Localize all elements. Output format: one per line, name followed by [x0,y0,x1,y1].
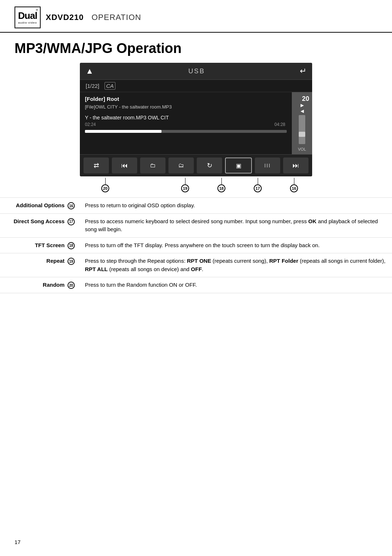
num-circle-19: 19 [68,258,75,265]
logo-av: audio·video [18,21,37,24]
screen-vol: 20 ▶ ◀ VOL [292,92,312,154]
screen-inforow: [1/22] CA [80,80,312,92]
direct-song-btn[interactable]: ⁞⁞⁞ [255,158,280,173]
screen-title: USB [188,68,205,75]
num-circle-16: 16 [68,202,75,209]
desc-row-random: Random 20 Press to turn the Random funct… [0,277,392,293]
label-direct-song: Direct Song Access 17 [0,213,80,237]
label-additional: Additional Options 16 [0,198,80,214]
callout-17: 17 [254,178,262,192]
desc-random: Press to turn the Random function ON or … [80,277,392,293]
desc-additional: Press to return to original OSD option d… [80,198,392,214]
screen-times: 02:24 04:28 [85,122,287,127]
time-current: 02:24 [85,122,96,127]
callout-20: 20 [101,178,109,192]
desc-repeat: Press to step through the Repeat options… [80,253,392,277]
additional-btn[interactable]: ⏭ [283,158,309,173]
screen-home-icon[interactable]: ↵ [300,66,306,76]
time-total: 04:28 [274,122,285,127]
screen-back-icon[interactable]: ▲ [86,66,94,76]
page-number: 17 [15,539,21,545]
callout-row: 20 19 18 17 16 [80,176,312,194]
screen-folder: [Folder] Root [85,96,287,102]
screen-main: [Folder] Root [File]OWL CITY - the saltw… [80,92,312,154]
label-tft: TFT Screen 18 [0,237,80,253]
operation-label: OPERATION [91,13,141,22]
callout-circle-20: 20 [101,184,109,192]
logo-text: Dual [18,11,37,20]
folder-btn[interactable]: 🗀 [140,158,166,173]
num-circle-20: 20 [68,282,75,289]
desc-row-tft: TFT Screen 18 Press to turn off the TFT … [0,237,392,253]
vol-arrow-right: ▶ [301,103,304,108]
vol-track-number: 20 [302,95,309,103]
num-circle-18: 18 [68,242,75,249]
page-title: MP3/WMA/JPG Operation [0,33,392,63]
screen-topbar: ▲ USB ↵ [80,63,312,80]
screen-progress [85,130,287,133]
header-title: XDVD210 OPERATION [46,13,141,22]
prev-btn[interactable]: ⏮ [112,158,137,173]
progress-bar-fill [85,130,162,133]
vol-arrows: ▶ ◀ [301,103,304,114]
device-screen: ▲ USB ↵ [1/22] CA [Folder] Root [File]OW… [80,63,312,176]
callout-circle-19: 19 [181,184,189,192]
callout-circle-16: 16 [290,184,298,192]
logo: ® Dual audio·video [15,7,41,28]
num-circle-17: 17 [68,218,75,225]
screen-track-num: [1/22] [86,83,99,89]
random-btn[interactable]: ⇄ [83,158,109,173]
screen-content: [Folder] Root [File]OWL CITY - the saltw… [80,92,292,154]
callout-19: 19 [181,178,189,192]
product-code: XDVD210 [46,13,84,22]
label-random: Random 20 [0,277,80,293]
label-repeat: Repeat 19 [0,253,80,277]
screen-song: Y - the saltwater room.MP3 OWL CIT [85,115,287,120]
desc-row-repeat: Repeat 19 Press to step through the Repe… [0,253,392,277]
tft-screen-btn[interactable]: ▣ [225,158,252,173]
desc-row-direct-song: Direct Song Access 17 Press to access nu… [0,213,392,237]
vol-arrow-left: ◀ [301,109,304,114]
callout-circle-18: 18 [217,184,225,192]
vol-label: VOL [298,147,306,151]
folder-browse-btn[interactable]: 🗂 [168,158,194,173]
desc-row-additional: Additional Options 16 Press to return to… [0,198,392,214]
screen-ca-icon: CA [105,82,116,90]
progress-bar-bg [85,130,287,133]
screen-controls: ⇄ ⏮ 🗀 🗂 ↻ ▣ ⁞⁞⁞ ⏭ [80,154,312,176]
callout-16: 16 [290,178,298,192]
callout-circle-17: 17 [254,184,262,192]
screen-file: [File]OWL CITY - the saltwater room.MP3 [85,104,287,110]
repeat-btn[interactable]: ↻ [197,158,222,173]
callout-18: 18 [217,178,225,192]
desc-tft: Press to turn off the TFT display. Press… [80,237,392,253]
description-table: Additional Options 16 Press to return to… [0,197,392,293]
screen-container: ▲ USB ↵ [1/22] CA [Folder] Root [File]OW… [0,63,392,197]
vol-slider[interactable] [299,115,305,144]
logo-registered: ® [36,8,38,12]
vol-slider-thumb [299,132,305,137]
header: ® Dual audio·video XDVD210 OPERATION [0,0,392,33]
desc-direct-song: Press to access numeric keyboard to sele… [80,213,392,237]
